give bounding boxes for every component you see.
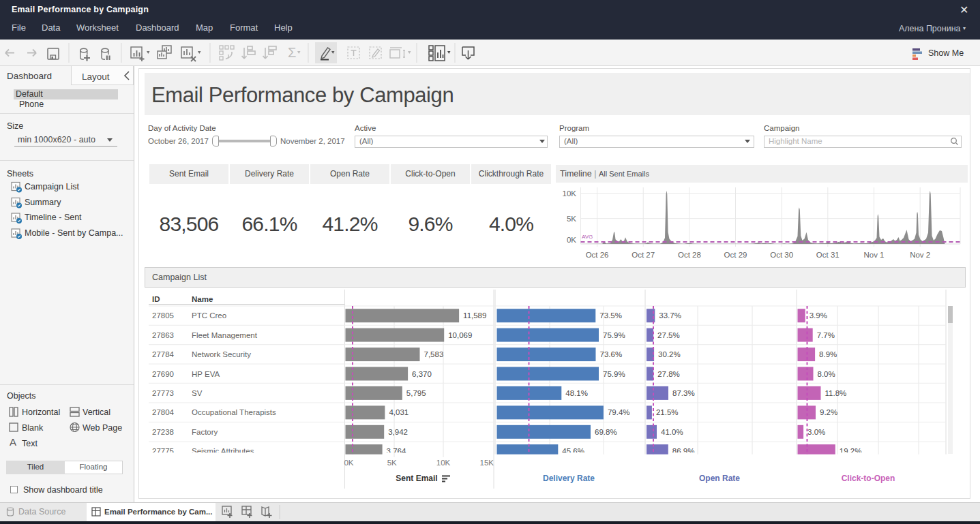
svg-text:45.6%: 45.6% [562, 447, 584, 455]
svg-text:4,031: 4,031 [389, 408, 409, 416]
svg-text:30.2%: 30.2% [658, 350, 681, 358]
svg-text:27.8%: 27.8% [657, 370, 680, 378]
svg-text:11,589: 11,589 [463, 311, 486, 320]
svg-text:10K: 10K [436, 459, 451, 467]
svg-text:27690: 27690 [152, 370, 174, 378]
svg-text:19.2%: 19.2% [840, 447, 862, 455]
svg-text:15K: 15K [480, 459, 494, 467]
svg-text:Occupational Therapists: Occupational Therapists [192, 408, 276, 416]
svg-text:27805: 27805 [152, 311, 174, 320]
svg-text:7.7%: 7.7% [817, 331, 835, 339]
svg-text:Factory: Factory [192, 428, 218, 436]
svg-text:69.8%: 69.8% [595, 428, 617, 436]
svg-text:48.1%: 48.1% [565, 389, 588, 397]
svg-text:27775: 27775 [152, 447, 174, 455]
svg-text:5K: 5K [387, 459, 397, 467]
svg-text:79.4%: 79.4% [608, 408, 630, 416]
svg-text:86.9%: 86.9% [672, 447, 695, 455]
svg-text:3,764: 3,764 [387, 447, 406, 455]
svg-text:PTC Creo: PTC Creo [192, 311, 226, 320]
svg-text:SV: SV [192, 389, 203, 397]
svg-text:73.6%: 73.6% [600, 350, 623, 358]
svg-text:10,069: 10,069 [448, 331, 472, 339]
svg-text:27.5%: 27.5% [657, 331, 680, 339]
svg-text:33.7%: 33.7% [659, 311, 681, 320]
svg-text:11.8%: 11.8% [825, 389, 847, 397]
svg-text:0K: 0K [344, 459, 353, 467]
svg-text:Network Security: Network Security [192, 350, 251, 358]
svg-text:21.5%: 21.5% [656, 408, 679, 416]
svg-text:3,942: 3,942 [388, 428, 408, 436]
svg-text:73.5%: 73.5% [599, 311, 622, 320]
svg-text:6,370: 6,370 [412, 370, 432, 378]
svg-text:27238: 27238 [152, 428, 174, 436]
svg-text:Fleet Management: Fleet Management [192, 331, 258, 339]
svg-text:41.0%: 41.0% [661, 428, 683, 436]
svg-text:5,795: 5,795 [406, 389, 426, 397]
svg-text:7,583: 7,583 [424, 350, 444, 358]
svg-text:27784: 27784 [152, 350, 175, 358]
svg-text:27863: 27863 [152, 331, 174, 339]
svg-text:8.9%: 8.9% [819, 350, 837, 358]
svg-text:3.0%: 3.0% [807, 428, 825, 436]
svg-text:27804: 27804 [152, 408, 175, 416]
svg-text:75.9%: 75.9% [603, 331, 625, 339]
svg-text:8.0%: 8.0% [818, 370, 835, 378]
svg-text:87.3%: 87.3% [672, 389, 695, 397]
svg-text:27773: 27773 [152, 389, 174, 397]
svg-text:Seismic Attributes: Seismic Attributes [192, 447, 254, 455]
svg-text:75.9%: 75.9% [603, 370, 625, 378]
svg-text:9.2%: 9.2% [820, 408, 837, 416]
svg-text:HP EVA: HP EVA [192, 370, 220, 378]
svg-text:3.9%: 3.9% [810, 311, 827, 320]
